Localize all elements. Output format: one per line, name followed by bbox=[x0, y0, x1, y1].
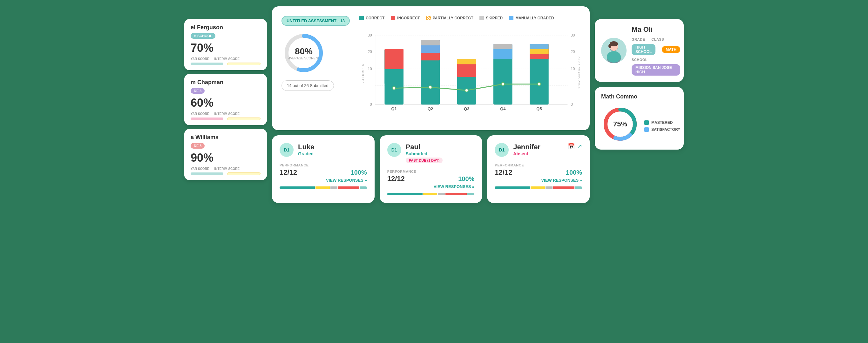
svg-text:Q4: Q4 bbox=[500, 106, 506, 111]
math-pct: 75% bbox=[613, 120, 627, 128]
svg-rect-32 bbox=[493, 44, 513, 49]
rb-gray-jennifer bbox=[546, 186, 553, 189]
student-name-2: m Chapman bbox=[191, 79, 260, 86]
grade-badge-2: DE 3 bbox=[191, 88, 205, 94]
submitted-pill: 14 out of 26 Submitted bbox=[281, 80, 334, 91]
student-card-3: a Williams DE 8 90% YAR SCORE INTERIM SC… bbox=[184, 129, 267, 180]
badge-row: HIGH SCHOOL MATH bbox=[631, 44, 680, 55]
avatar-svg bbox=[601, 38, 626, 63]
mastered-label: MASTERED bbox=[651, 120, 673, 125]
rb-teal-jennifer bbox=[495, 186, 530, 189]
perf-view-row-luke: VIEW RESPONSES » bbox=[280, 178, 367, 183]
rb-yellow-paul bbox=[423, 193, 437, 195]
rb-yellow-luke bbox=[315, 186, 330, 189]
chart-area: CORRECT INCORRECT PARTIALLY CORRECT SKIP… bbox=[359, 16, 580, 121]
view-responses-luke[interactable]: VIEW RESPONSES » bbox=[326, 178, 367, 183]
past-due-badge-paul: PAST DUE (1 DAY) bbox=[406, 158, 443, 163]
donut-text: 80% AVERAGE SCORE % bbox=[288, 46, 319, 60]
math-card-title: Math Commo bbox=[601, 93, 677, 100]
perf-section-jennifer: PERFORMANCE 12/12 100% VIEW RESPONSES » bbox=[495, 163, 582, 183]
grade-badge-3: DE 8 bbox=[191, 143, 205, 149]
perf-score-jennifer: 12/12 bbox=[495, 168, 512, 177]
student-info-jennifer: Jennifer Absent bbox=[513, 143, 563, 156]
svg-rect-37 bbox=[530, 44, 549, 49]
perf-section-luke: PERFORMANCE 12/12 100% VIEW RESPONSES » bbox=[280, 163, 367, 183]
school-badge-row: MISSION SAN JOSE HIGH bbox=[631, 64, 680, 75]
external-link-icon-jennifer[interactable]: ↗ bbox=[577, 143, 582, 150]
response-bar-luke bbox=[280, 186, 367, 189]
school-row: SCHOOL bbox=[631, 58, 680, 62]
perf-section-paul: PERFORMANCE 12/12 100% VIEW RESPONSES » bbox=[387, 169, 475, 189]
class-label: CLASS bbox=[651, 37, 664, 41]
legend-label-partial: PARTIALLY CORRECT bbox=[433, 16, 473, 20]
score-bar-teal-1 bbox=[191, 63, 223, 65]
svg-text:20: 20 bbox=[368, 50, 372, 54]
perf-view-row-jennifer: VIEW RESPONSES » bbox=[495, 178, 582, 183]
interim-score-label-1: INTERIM SCORE bbox=[214, 57, 240, 61]
svg-point-40 bbox=[429, 86, 432, 89]
student-perf-card-paul: D1 Paul Submitted PAST DUE (1 DAY) PERFO… bbox=[380, 135, 482, 203]
student-name-1: el Ferguson bbox=[191, 24, 260, 31]
chart-card: UNTITLED ASSESSMENT - 13 80% AVERAGE SCO… bbox=[272, 6, 590, 130]
legend-label-correct: CORRECT bbox=[366, 16, 384, 20]
grade-badge-1: H SCHOOL bbox=[191, 33, 215, 39]
satisfactory-label: SATISFACTORY bbox=[651, 127, 680, 132]
svg-text:30: 30 bbox=[368, 33, 372, 37]
donut-container: 80% AVERAGE SCORE % bbox=[281, 31, 326, 75]
teacher-card: Ma Oli GRADE CLASS HIGH SCHOOL MATH SCHO… bbox=[595, 19, 684, 82]
chart-left: UNTITLED ASSESSMENT - 13 80% AVERAGE SCO… bbox=[281, 16, 350, 121]
score-bar-yellow-2 bbox=[227, 118, 260, 120]
perf-label-jennifer: PERFORMANCE bbox=[495, 163, 582, 167]
svg-point-50 bbox=[609, 44, 611, 48]
svg-text:Q3: Q3 bbox=[464, 106, 469, 111]
svg-rect-19 bbox=[384, 49, 403, 69]
rb-light-paul bbox=[467, 193, 474, 195]
rb-red-jennifer bbox=[553, 186, 575, 189]
svg-text:Q1: Q1 bbox=[392, 106, 397, 111]
student-name-paul: Paul bbox=[406, 143, 475, 151]
grade-label: GRADE bbox=[631, 37, 645, 41]
score-bar-yellow-3 bbox=[227, 173, 260, 175]
response-bar-paul bbox=[387, 193, 475, 195]
svg-point-42 bbox=[501, 83, 504, 86]
view-responses-jennifer[interactable]: VIEW RESPONSES » bbox=[541, 178, 582, 183]
svg-rect-24 bbox=[421, 40, 440, 45]
student-header-paul: D1 Paul Submitted PAST DUE (1 DAY) bbox=[387, 143, 475, 163]
interim-score-label-3: INTERIM SCORE bbox=[214, 167, 240, 170]
rb-light-jennifer bbox=[575, 186, 582, 189]
assessment-badge: UNTITLED ASSESSMENT - 13 bbox=[281, 16, 350, 26]
d1-badge-luke: D1 bbox=[280, 143, 293, 157]
legend-label-manual: MANUALLY GRADED bbox=[515, 16, 554, 20]
center-panel: UNTITLED ASSESSMENT - 13 80% AVERAGE SCO… bbox=[272, 6, 590, 203]
calendar-icon-jennifer[interactable]: 📅 bbox=[568, 143, 575, 150]
teacher-info: Ma Oli GRADE CLASS HIGH SCHOOL MATH SCHO… bbox=[631, 25, 680, 75]
legend-dot-incorrect bbox=[391, 16, 395, 20]
bar-chart-svg: 30 20 10 0 ATTEMPTS 30 20 10 0 AVG TIME … bbox=[359, 25, 580, 121]
teacher-details: GRADE CLASS HIGH SCHOOL MATH SCHOOL MISS… bbox=[631, 37, 680, 75]
student-name-jennifer: Jennifer bbox=[513, 143, 563, 151]
d1-badge-paul: D1 bbox=[387, 143, 401, 157]
svg-point-41 bbox=[465, 89, 468, 92]
year-score-label-1: YAR SCORE bbox=[191, 57, 209, 61]
rb-yellow-jennifer bbox=[531, 186, 545, 189]
satisfactory-square bbox=[644, 127, 649, 132]
rb-teal-paul bbox=[387, 193, 423, 195]
student-name-3: a Williams bbox=[191, 134, 260, 141]
rb-teal-luke bbox=[280, 186, 315, 189]
legend-label-incorrect: INCORRECT bbox=[397, 16, 420, 20]
perf-score-luke: 12/12 bbox=[280, 168, 297, 177]
perf-pct-paul: 100% bbox=[458, 175, 474, 183]
student-info-paul: Paul Submitted PAST DUE (1 DAY) bbox=[406, 143, 475, 163]
perf-row-jennifer: 12/12 100% bbox=[495, 168, 582, 177]
jennifer-actions: 📅 ↗ bbox=[568, 143, 582, 150]
math-card: Math Commo 75% M bbox=[595, 87, 684, 150]
student-status-luke: Graded bbox=[298, 151, 367, 156]
math-donut-container: 75% bbox=[601, 105, 639, 143]
score-bar-teal-3 bbox=[191, 173, 223, 175]
main-container: el Ferguson H SCHOOL 70% YAR SCORE INTER… bbox=[0, 0, 868, 343]
view-responses-paul[interactable]: VIEW RESPONSES » bbox=[434, 184, 475, 189]
svg-text:20: 20 bbox=[570, 50, 575, 54]
svg-point-43 bbox=[537, 83, 541, 86]
perf-row-luke: 12/12 100% bbox=[280, 168, 367, 177]
svg-text:0: 0 bbox=[570, 102, 573, 107]
